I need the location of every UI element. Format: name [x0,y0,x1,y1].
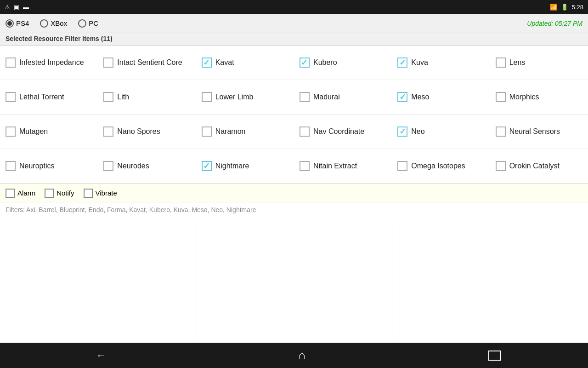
filter-label-orokin-catalyst: Orokin Catalyst [509,162,560,170]
filter-cell-2-0[interactable]: Mutagen [0,122,98,141]
filter-cell-1-4[interactable]: ✓Meso [392,87,490,107]
checkbox-lower-limb[interactable] [202,92,212,102]
vibrate-label: Vibrate [96,189,117,197]
filter-label-lethal-torrent: Lethal Torrent [19,93,64,101]
filter-cell-3-0[interactable]: Neuroptics [0,156,98,176]
filter-cell-0-0[interactable]: Infested Impedance [0,53,98,72]
filter-cell-0-3[interactable]: ✓Kubero [294,53,392,72]
filters-text-content: Filters: Axi, Barrel, Blueprint, Endo, F… [6,206,256,213]
alarm-checkbox[interactable] [6,189,15,198]
filter-label-nitain-extract: Nitain Extract [313,162,357,170]
checkbox-mutagen[interactable] [6,126,16,137]
checkbox-kuva[interactable]: ✓ [397,58,407,68]
vibrate-option[interactable]: Vibrate [84,189,117,198]
checkbox-nano-spores[interactable] [103,126,113,137]
radio-ps4-inner [7,21,12,26]
empty-col1 [0,217,196,343]
platform-xbox-label: XBox [51,19,67,27]
updated-text: Updated: 05:27 PM [527,20,582,27]
checkbox-nitain-extract[interactable] [300,161,310,171]
filter-label-morphics: Morphics [509,93,539,101]
checkbox-neural-sensors[interactable] [496,126,506,137]
empty-col3 [392,217,588,343]
filter-label-nano-spores: Nano Spores [117,127,160,136]
filter-cell-3-2[interactable]: ✓Nightmare [196,156,294,176]
filter-cell-1-1[interactable]: Lith [98,87,196,107]
bars-icon: ▬ [23,4,29,11]
checkbox-meso[interactable]: ✓ [397,92,407,102]
platform-pc[interactable]: PC [78,19,98,28]
filter-cell-2-4[interactable]: ✓Neo [392,122,490,141]
filter-cell-0-4[interactable]: ✓Kuva [392,53,490,72]
filter-label-mutagen: Mutagen [19,127,48,136]
filter-cell-1-2[interactable]: Lower Limb [196,87,294,107]
radio-pc [78,19,86,28]
checkbox-nightmare[interactable]: ✓ [202,161,212,171]
filter-label-lith: Lith [117,93,129,101]
filter-label-kubero: Kubero [313,58,337,67]
clock: 5:28 [572,4,583,11]
filter-label-omega-isotopes: Omega Isotopes [411,162,465,170]
filter-label-madurai: Madurai [313,93,340,101]
checkbox-intact-sentient-core[interactable] [103,58,113,68]
filter-cell-0-2[interactable]: ✓Kavat [196,53,294,72]
empty-col2 [196,217,392,343]
filter-cell-1-5[interactable]: Morphics [490,87,588,107]
platform-row: PS4 XBox PC Updated: 05:27 PM [0,14,588,33]
filter-cell-3-5[interactable]: Orokin Catalyst [490,156,588,176]
alarm-label: Alarm [17,189,35,197]
filter-row-0: Infested ImpedanceIntact Sentient Core✓K… [0,46,588,80]
filter-cell-0-1[interactable]: Intact Sentient Core [98,53,196,72]
nav-bar: ← ⌂ [0,343,588,368]
status-bar: ⚠ ▣ ▬ 📶 🔋 5:28 [0,0,588,14]
checkbox-morphics[interactable] [496,92,506,102]
filter-cell-3-1[interactable]: Neurodes [98,156,196,176]
filter-label-neuroptics: Neuroptics [19,162,54,170]
filter-cell-1-3[interactable]: Madurai [294,87,392,107]
recent-button[interactable] [488,351,501,361]
filter-row-3: NeuropticsNeurodes✓NightmareNitain Extra… [0,149,588,184]
notify-checkbox[interactable] [45,189,54,198]
notify-option[interactable]: Notify [45,189,74,198]
checkbox-madurai[interactable] [300,92,310,102]
empty-space [0,217,588,343]
home-button[interactable]: ⌂ [289,344,315,367]
checkbox-lith[interactable] [103,92,113,102]
checkbox-naramon[interactable] [202,126,212,137]
filter-label-neo: Neo [411,127,424,136]
filter-label-intact-sentient-core: Intact Sentient Core [117,58,182,67]
filter-cell-3-3[interactable]: Nitain Extract [294,156,392,176]
status-icons-right: 📶 🔋 5:28 [550,4,583,11]
filter-cell-3-4[interactable]: Omega Isotopes [392,156,490,176]
checkbox-omega-isotopes[interactable] [397,161,407,171]
checkbox-neuroptics[interactable] [6,161,16,171]
filter-cell-2-1[interactable]: Nano Spores [98,122,196,141]
tablet-icon: ▣ [14,4,19,11]
platform-ps4[interactable]: PS4 [6,19,29,28]
platform-pc-label: PC [89,19,98,27]
platform-xbox[interactable]: XBox [40,19,67,28]
vibrate-checkbox[interactable] [84,189,93,198]
filter-label-neural-sensors: Neural Sensors [509,127,560,136]
filter-cell-0-5[interactable]: Lens [490,53,588,72]
filter-label-nightmare: Nightmare [215,162,249,170]
filter-label-infested-impedance: Infested Impedance [19,58,84,67]
filter-cell-2-2[interactable]: Naramon [196,122,294,141]
checkbox-neo[interactable]: ✓ [397,126,407,137]
filter-cell-1-0[interactable]: Lethal Torrent [0,87,98,107]
filter-cell-2-5[interactable]: Neural Sensors [490,122,588,141]
checkbox-lens[interactable] [496,58,506,68]
filter-label-lens: Lens [509,58,526,67]
battery-icon: 🔋 [561,4,568,11]
checkbox-orokin-catalyst[interactable] [496,161,506,171]
back-button[interactable]: ← [87,345,115,366]
checkbox-neurodes[interactable] [103,161,113,171]
checkbox-kubero[interactable]: ✓ [300,58,310,68]
alarm-option[interactable]: Alarm [6,189,35,198]
checkbox-kavat[interactable]: ✓ [202,58,212,68]
checkbox-lethal-torrent[interactable] [6,92,16,102]
filter-cell-2-3[interactable]: Nav Coordinate [294,122,392,141]
radio-xbox [40,19,48,28]
checkbox-nav-coordinate[interactable] [300,126,310,137]
checkbox-infested-impedance[interactable] [6,58,16,68]
